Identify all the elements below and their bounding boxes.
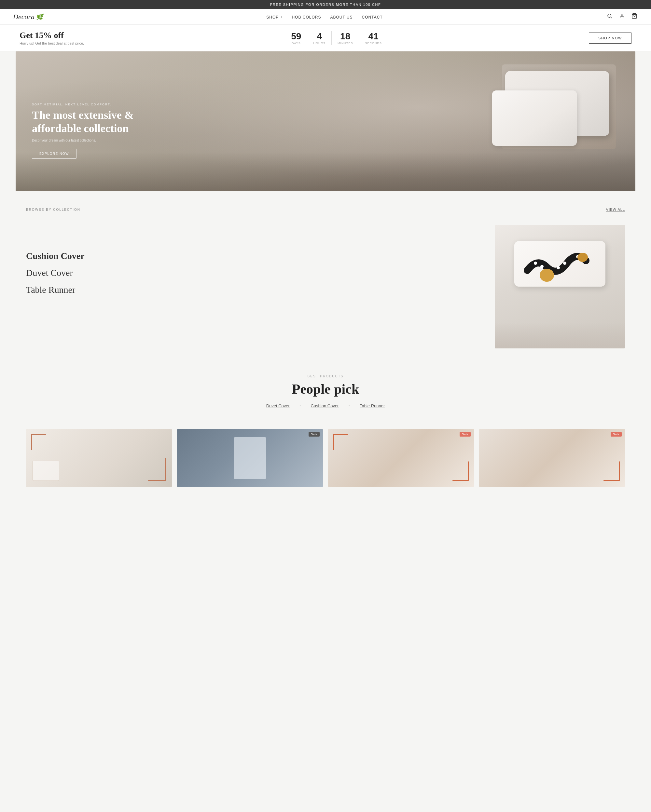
nav-link-shop[interactable]: SHOP + [266,15,283,20]
search-button[interactable] [606,12,613,21]
svg-point-4 [534,261,537,265]
accent-line-v2 [31,434,32,450]
main-nav: SHOP + HOB COLORS ABOUT US CONTACT [266,14,382,20]
accent-line-h [148,480,166,481]
category-cushion-cover[interactable]: Cushion Cover [26,251,475,261]
hero-content: SOFT METIRIAL. NEXT LEVEL COMFORT. The m… [32,103,136,159]
hero-section: SOFT METIRIAL. NEXT LEVEL COMFORT. The m… [15,51,636,191]
best-products-eyebrow: BEST PRODUCTS [26,374,625,378]
countdown-days-label: DAYS [291,42,301,45]
browse-product-image [495,225,625,348]
svg-line-1 [611,17,612,18]
countdown-hours-value: 4 [313,31,326,42]
tab-separator-1: • [300,403,301,409]
product-card-4[interactable]: Sale [479,429,625,487]
tab-table-runner[interactable]: Table Runner [360,403,385,409]
svg-point-10 [578,253,588,262]
hero-pillow-small [492,90,577,146]
hero-eyebrow: SOFT METIRIAL. NEXT LEVEL COMFORT. [32,103,136,106]
sale-badge-3: Sale [460,432,471,437]
browse-header: BROWSE BY COLLECTION VIEW ALL [26,208,625,212]
nav-item-about-us[interactable]: ABOUT US [330,14,353,20]
browse-content: Cushion Cover Duvet Cover Table Runner [26,225,625,348]
best-products-title: People pick [26,381,625,397]
product-grid: Sale Sale Sale [0,429,651,500]
svg-point-2 [621,14,623,16]
p3-accent-h [452,480,469,481]
tab-separator-2: • [348,403,350,409]
browse-image-container [495,225,625,348]
product-tabs: Duvet Cover • Cushion Cover • Table Runn… [26,403,625,409]
sale-badge-2: Sale [309,432,319,437]
countdown-seconds: 41 SECONDS [359,31,388,45]
tab-cushion-cover[interactable]: Cushion Cover [310,403,339,409]
browse-section: BROWSE BY COLLECTION VIEW ALL Cushion Co… [0,191,651,362]
explore-now-button[interactable]: EXPLORE NOW [32,149,76,159]
cart-button[interactable] [631,12,638,21]
svg-point-7 [563,261,566,265]
svg-point-6 [556,266,560,269]
accent-line-v [165,458,166,481]
countdown-hours-label: HOURS [313,42,326,45]
p3-accent-v [468,461,469,481]
best-products-section: BEST PRODUCTS People pick Duvet Cover • … [0,362,651,429]
site-header: Decora 🌿 SHOP + HOB COLORS ABOUT US [0,9,651,25]
announcement-text: FREE SHIPPING FOR ORDERS MORE THAN 100 C… [270,3,381,6]
hero-description: Decor your dream with our latest collect… [32,139,136,142]
sale-badge-4: Sale [611,432,622,437]
svg-point-9 [540,269,554,282]
category-table-runner[interactable]: Table Runner [26,285,475,295]
svg-point-0 [608,14,611,18]
countdown-minutes-value: 18 [338,31,353,42]
product-image-4: Sale [479,429,625,487]
product-image-2: Sale [177,429,323,487]
announcement-bar: FREE SHIPPING FOR ORDERS MORE THAN 100 C… [0,0,651,9]
account-button[interactable] [619,12,626,21]
browse-surface [495,322,625,348]
svg-point-5 [540,265,544,268]
nav-links-list: SHOP + HOB COLORS ABOUT US CONTACT [266,14,382,20]
countdown-minutes-label: MINUTES [338,42,353,45]
shop-now-button[interactable]: SHOP NOW [589,32,631,44]
tab-duvet-cover[interactable]: Duvet Cover [266,403,290,409]
logo-text: Decora [13,13,35,21]
site-logo[interactable]: Decora 🌿 [13,13,43,21]
logo-leaf-icon: 🌿 [36,13,43,20]
promo-heading: Get 15% off [20,31,84,40]
product-image-1 [26,429,172,487]
cushion-image [514,241,605,287]
header-icons [606,12,638,21]
nav-link-contact[interactable]: CONTACT [362,15,383,20]
countdown-days: 59 DAYS [285,31,307,45]
accent-line-h2 [31,434,46,435]
product-2-decor [234,437,266,479]
countdown-seconds-value: 41 [365,31,382,42]
p4-accent-h [604,480,620,481]
browse-label: BROWSE BY COLLECTION [26,208,80,211]
product-image-3: Sale [328,429,474,487]
p3-accent-v2 [333,434,334,450]
p4-accent-v [619,461,620,481]
nav-link-hob-colors[interactable]: HOB COLORS [292,15,321,20]
nav-item-contact[interactable]: CONTACT [362,14,383,20]
browse-categories-list: Cushion Cover Duvet Cover Table Runner [26,225,475,295]
product-card-1[interactable] [26,429,172,487]
promo-bar: Get 15% off Hurry up! Get the best deal … [0,25,651,51]
view-all-link[interactable]: VIEW ALL [606,208,625,212]
countdown-days-value: 59 [291,31,301,42]
nav-link-about-us[interactable]: ABOUT US [330,15,353,20]
product-card-2[interactable]: Sale [177,429,323,487]
countdown-minutes: 18 MINUTES [332,31,359,45]
promo-subtext: Hurry up! Get the best deal at best pric… [20,41,84,45]
countdown-timer: 59 DAYS 4 HOURS 18 MINUTES 41 SECONDS [285,31,388,45]
countdown-hours: 4 HOURS [307,31,332,45]
category-duvet-cover[interactable]: Duvet Cover [26,268,475,278]
hero-title: The most extensive & affordable collecti… [32,109,136,135]
nav-item-shop[interactable]: SHOP + [266,14,283,20]
cushion-pattern-svg [518,244,602,283]
product-card-3[interactable]: Sale [328,429,474,487]
p3-accent-h2 [333,434,348,435]
promo-text-block: Get 15% off Hurry up! Get the best deal … [20,31,84,45]
nav-item-hob-colors[interactable]: HOB COLORS [292,14,321,20]
countdown-seconds-label: SECONDS [365,42,382,45]
